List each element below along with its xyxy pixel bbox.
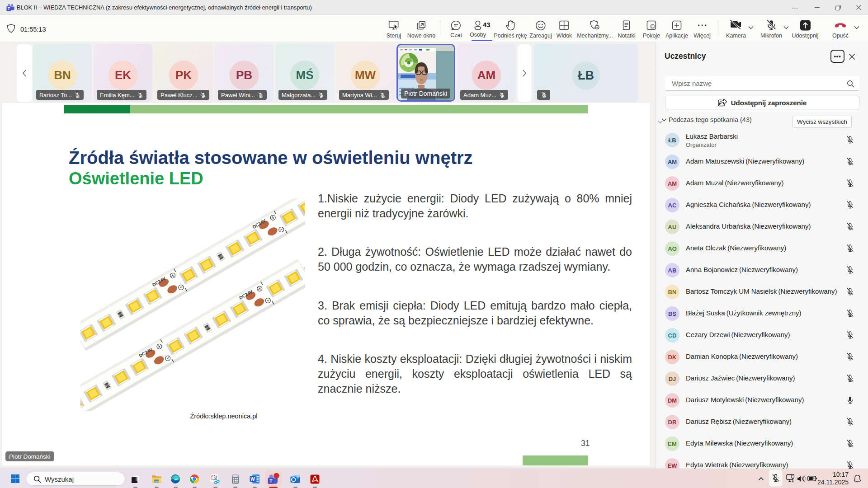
svg-text:T: T xyxy=(269,478,273,483)
svg-text:T: T xyxy=(8,6,10,11)
svg-text:W: W xyxy=(250,477,255,482)
